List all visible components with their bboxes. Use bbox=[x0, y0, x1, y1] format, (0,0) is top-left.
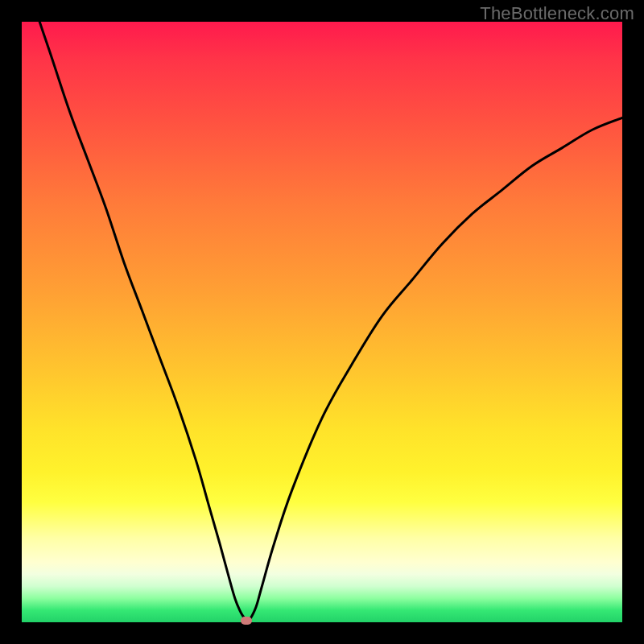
watermark-text: TheBottleneck.com bbox=[480, 3, 634, 24]
bottleneck-curve bbox=[22, 22, 622, 622]
plot-area bbox=[22, 22, 622, 622]
bottleneck-curve-path bbox=[22, 22, 622, 621]
optimal-point-marker bbox=[241, 617, 252, 625]
